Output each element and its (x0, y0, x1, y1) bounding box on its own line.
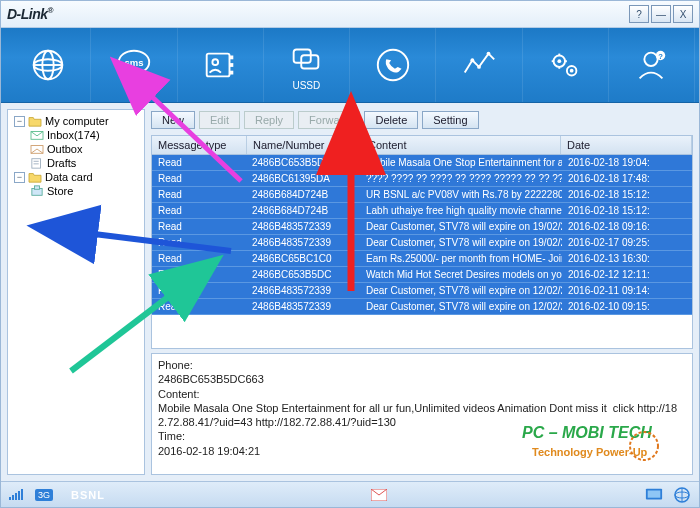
svg-point-13 (377, 50, 407, 80)
svg-point-25 (645, 53, 658, 66)
internet-tab[interactable] (5, 28, 91, 102)
close-button[interactable]: X (673, 5, 693, 23)
table-cell: 2486BC61395DA (246, 172, 360, 185)
app-window: D-Link® ? — X sms USSD ? (0, 0, 700, 508)
table-row[interactable]: Read2486B684D724BLabh uthaiye free high … (152, 203, 692, 219)
svg-rect-38 (9, 497, 11, 500)
table-cell: Read (152, 188, 246, 201)
svg-rect-34 (34, 186, 39, 189)
tree-node-inbox[interactable]: Inbox(174) (10, 128, 142, 142)
table-cell: 2486BC653B5DC (246, 156, 360, 169)
table-cell: Read (152, 284, 246, 297)
table-row[interactable]: Read2486B483572339Dear Customer, STV78 w… (152, 235, 692, 251)
detail-content-label: Content: (158, 387, 686, 401)
tree-node-drafts[interactable]: Drafts (10, 156, 142, 170)
table-cell: Dear Customer, STV78 will expire on 12/0… (360, 284, 562, 297)
table-cell: UR BSNL a/c PV08V with Rs.78 by 22222800… (360, 188, 562, 201)
ussd-tab[interactable]: USSD (264, 28, 350, 102)
col-name[interactable]: Name/Number (247, 136, 362, 154)
table-row[interactable]: Read2486B483572339Dear Customer, STV78 w… (152, 299, 692, 315)
inbox-icon (30, 129, 44, 141)
table-cell: 2486BC65BC1C0 (246, 252, 360, 265)
reply-button: Reply (244, 111, 294, 129)
svg-rect-9 (230, 71, 234, 75)
svg-rect-8 (230, 63, 234, 67)
help-button[interactable]: ? (629, 5, 649, 23)
table-cell: 2486B684D724B (246, 204, 360, 217)
detail-content: Mobile Masala One Stop Entertainment for… (158, 401, 686, 430)
svg-rect-45 (648, 490, 661, 497)
table-cell: 2016-02-18 09:16: (562, 220, 692, 233)
table-cell: 2016-02-12 12:11: (562, 268, 692, 281)
contacts-tab[interactable] (178, 28, 264, 102)
svg-rect-7 (230, 56, 234, 60)
col-type[interactable]: Message type (152, 136, 247, 154)
sms-tab[interactable]: sms (91, 28, 177, 102)
collapse-icon[interactable]: − (14, 172, 25, 183)
table-cell: Read (152, 156, 246, 169)
col-content[interactable]: Content (362, 136, 561, 154)
globe-icon (29, 46, 67, 84)
table-cell: ???? ???? ?? ???? ?? ???? ????? ?? ?? ??… (360, 172, 562, 185)
minimize-button[interactable]: — (651, 5, 671, 23)
table-row[interactable]: Read2486BC653B5DCMobile Masala One Stop … (152, 155, 692, 171)
tree-label: Store (47, 185, 73, 197)
message-detail: Phone: 2486BC653B5DC663 Content: Mobile … (151, 353, 693, 475)
table-row[interactable]: Read2486BC61395DA???? ???? ?? ???? ?? ??… (152, 171, 692, 187)
svg-rect-40 (15, 493, 17, 500)
svg-point-10 (213, 59, 219, 65)
globe-status-icon[interactable] (673, 487, 691, 503)
folder-icon (28, 115, 42, 127)
table-header: Message type Name/Number Content Date (152, 136, 692, 155)
tree-label: My computer (45, 115, 109, 127)
tree-node-outbox[interactable]: Outbox (10, 142, 142, 156)
detail-phone-label: Phone: (158, 358, 686, 372)
table-cell: Dear Customer, STV78 will expire on 12/0… (360, 300, 562, 313)
table-row[interactable]: Read2486B483572339Dear Customer, STV78 w… (152, 283, 692, 299)
table-cell: Read (152, 172, 246, 185)
table-cell: Read (152, 252, 246, 265)
table-cell: 2016-02-11 09:14: (562, 284, 692, 297)
sms-icon: sms (115, 46, 153, 84)
svg-rect-41 (18, 491, 20, 500)
col-date[interactable]: Date (561, 136, 692, 154)
table-row[interactable]: Read2486B483572339Dear Customer, STV78 w… (152, 219, 692, 235)
forward-button: Forward (298, 111, 360, 129)
setting-button[interactable]: Setting (422, 111, 478, 129)
tree-node-my-computer[interactable]: − My computer (10, 114, 142, 128)
table-cell: 2016-02-17 09:25: (562, 236, 692, 249)
table-cell: Read (152, 236, 246, 249)
table-cell: 2486B684D724B (246, 188, 360, 201)
tree-node-store[interactable]: Store (10, 184, 142, 198)
table-cell: Labh uthaiye free high quality movie cha… (360, 204, 562, 217)
table-body: Read2486BC653B5DCMobile Masala One Stop … (152, 155, 692, 348)
table-cell: 2016-02-18 17:48: (562, 172, 692, 185)
svg-rect-42 (21, 489, 23, 500)
main-toolbar: sms USSD ? (1, 28, 699, 103)
calls-icon (374, 46, 412, 84)
table-row[interactable]: Read2486B684D724BUR BSNL a/c PV08V with … (152, 187, 692, 203)
detail-time-label: Time: (158, 429, 686, 443)
tree-label: Drafts (47, 157, 76, 169)
table-cell: Earn Rs.25000/- per month from HOME- Joi… (360, 252, 562, 265)
svg-point-15 (477, 65, 481, 69)
gear-icon (546, 46, 584, 84)
delete-button[interactable]: Delete (364, 111, 418, 129)
profile-tab[interactable]: ? (609, 28, 695, 102)
ussd-label: USSD (292, 80, 320, 91)
stats-tab[interactable] (436, 28, 522, 102)
detail-phone: 2486BC653B5DC663 (158, 372, 686, 386)
screen-status-icon[interactable] (645, 487, 663, 503)
tree-node-data-card[interactable]: − Data card (10, 170, 142, 184)
edit-button: Edit (199, 111, 240, 129)
table-cell: Read (152, 268, 246, 281)
table-row[interactable]: Read2486BC653B5DCWatch Mid Hot Secret De… (152, 267, 692, 283)
outbox-icon (30, 143, 44, 155)
table-cell: 2486B483572339 (246, 300, 360, 313)
new-button[interactable]: New (151, 111, 195, 129)
collapse-icon[interactable]: − (14, 116, 25, 127)
table-cell: 2016-02-10 09:15: (562, 300, 692, 313)
settings-tab[interactable] (523, 28, 609, 102)
calls-tab[interactable] (350, 28, 436, 102)
table-row[interactable]: Read2486BC65BC1C0Earn Rs.25000/- per mon… (152, 251, 692, 267)
